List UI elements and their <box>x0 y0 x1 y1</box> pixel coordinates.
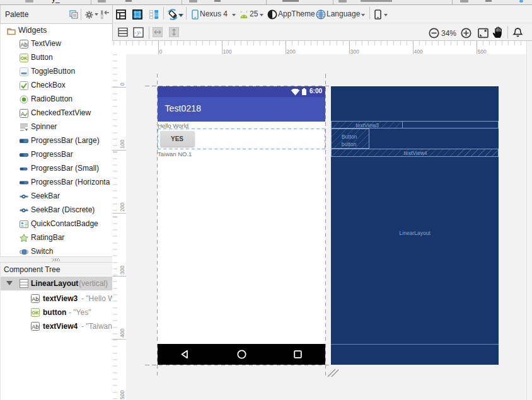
svg-text:Ab: Ab <box>32 324 38 330</box>
svg-text:OK: OK <box>20 55 28 61</box>
svg-text:y: y <box>136 29 140 36</box>
svg-text:Ab: Ab <box>20 42 27 48</box>
svg-text:Ab: Ab <box>32 296 38 302</box>
svg-text:OK: OK <box>32 310 39 316</box>
svg-text:A: A <box>21 111 25 117</box>
